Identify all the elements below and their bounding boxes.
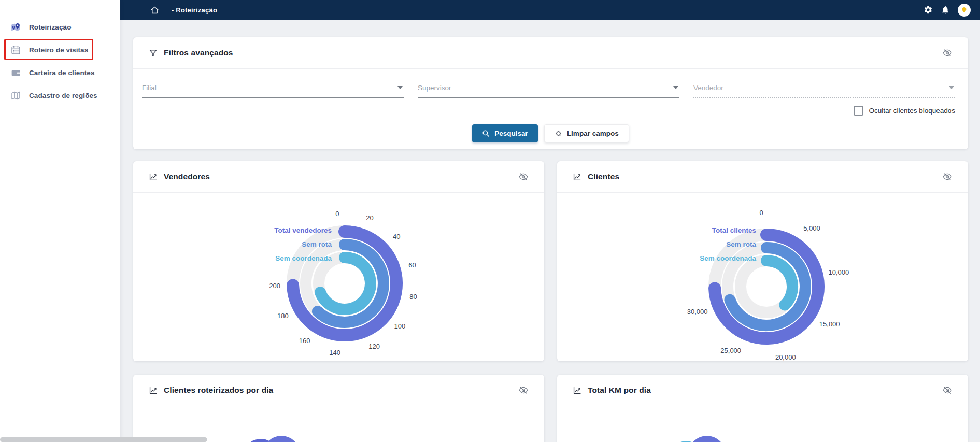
vendedor-select-disabled: Vendedor bbox=[693, 83, 955, 98]
calendar-icon bbox=[10, 45, 21, 55]
total-km-title: Total KM por dia bbox=[588, 386, 651, 395]
svg-text:30,000: 30,000 bbox=[687, 308, 708, 316]
vendedores-card-header: Vendedores bbox=[133, 161, 544, 193]
filial-select[interactable]: Filial bbox=[142, 83, 404, 98]
svg-text:140: 140 bbox=[329, 349, 340, 357]
main-content: Filtros avançados Filial Supervisor Vend… bbox=[120, 20, 980, 442]
filters-card: Filtros avançados Filial Supervisor Vend… bbox=[133, 37, 968, 149]
chart-line-icon bbox=[149, 386, 158, 395]
clientes-card: Clientes 05,00010,00015,00020,00025,0003… bbox=[557, 161, 968, 361]
vendedores-radial-chart: 020406080100120140160180200Total vendedo… bbox=[133, 193, 544, 361]
filters-title: Filtros avançados bbox=[164, 48, 233, 58]
partial-chart-blob bbox=[675, 435, 737, 442]
partial-chart-blob bbox=[245, 435, 307, 442]
svg-text:120: 120 bbox=[368, 343, 380, 350]
settings-gear-icon[interactable] bbox=[924, 5, 933, 15]
vendedores-card: Vendedores 020406080100120140160180200To… bbox=[133, 161, 544, 361]
clientes-roteirizados-card: Clientes roteirizados por dia bbox=[133, 375, 544, 442]
svg-text:Total vendedores: Total vendedores bbox=[274, 226, 332, 234]
svg-text:5,000: 5,000 bbox=[803, 224, 820, 232]
eye-off-icon[interactable] bbox=[518, 385, 529, 395]
svg-text:15,000: 15,000 bbox=[819, 320, 840, 328]
eye-off-icon[interactable] bbox=[942, 48, 953, 58]
chevron-down-icon bbox=[673, 86, 678, 89]
chevron-down-icon bbox=[397, 86, 403, 89]
map-route-icon bbox=[10, 22, 21, 33]
sidebar-item-label: Cadastro de regiões bbox=[29, 92, 97, 99]
sidebar-item-cadastro-de-regioes[interactable]: Cadastro de regiões bbox=[0, 84, 120, 107]
chart-line-icon bbox=[573, 173, 581, 181]
supervisor-select[interactable]: Supervisor bbox=[418, 83, 679, 98]
filial-label: Filial bbox=[142, 84, 157, 92]
chevron-down-icon bbox=[949, 86, 954, 89]
filters-buttons-row: Pesquisar Limpar campos bbox=[133, 124, 968, 142]
svg-text:80: 80 bbox=[409, 293, 417, 301]
ocultar-clientes-label: Ocultar clientes bloqueados bbox=[869, 107, 955, 115]
eraser-icon bbox=[555, 130, 562, 137]
svg-text:Sem rota: Sem rota bbox=[302, 240, 332, 248]
svg-text:25,000: 25,000 bbox=[720, 347, 741, 354]
horizontal-scrollbar-thumb[interactable] bbox=[0, 437, 207, 442]
wallet-icon bbox=[10, 67, 21, 78]
svg-text:20,000: 20,000 bbox=[775, 353, 796, 361]
topbar: - Roteirização bbox=[120, 0, 980, 20]
sidebar-item-roteirizacao[interactable]: Roteirização bbox=[0, 16, 120, 38]
svg-text:180: 180 bbox=[277, 312, 289, 320]
limpar-campos-label: Limpar campos bbox=[567, 130, 619, 137]
total-km-card: Total KM por dia bbox=[557, 375, 968, 442]
clientes-title: Clientes bbox=[588, 172, 619, 181]
total-km-header: Total KM por dia bbox=[557, 375, 968, 406]
svg-text:60: 60 bbox=[408, 261, 416, 269]
sidebar-item-label: Carteira de clientes bbox=[29, 69, 95, 77]
checkbox-row: Ocultar clientes bloqueados bbox=[133, 98, 968, 116]
bottom-cards-row: Clientes roteirizados por dia Tot bbox=[133, 375, 968, 442]
clientes-card-header: Clientes bbox=[557, 161, 968, 193]
chart-line-icon bbox=[149, 173, 158, 181]
map-icon bbox=[10, 90, 21, 101]
breadcrumb: - Roteirização bbox=[172, 6, 217, 14]
vendedores-title: Vendedores bbox=[164, 172, 210, 181]
filter-fields-row: Filial Supervisor Vendedor bbox=[133, 69, 968, 98]
clientes-roteirizados-header: Clientes roteirizados por dia bbox=[133, 375, 544, 406]
sidebar-item-label: Roteirização bbox=[29, 23, 71, 31]
clientes-roteirizados-title: Clientes roteirizados por dia bbox=[164, 386, 273, 395]
topbar-separator bbox=[139, 6, 139, 14]
supervisor-label: Supervisor bbox=[418, 84, 451, 92]
home-icon[interactable] bbox=[150, 6, 159, 15]
sidebar-item-label: Roteiro de visitas bbox=[29, 46, 88, 54]
funnel-icon bbox=[149, 49, 158, 58]
notifications-bell-icon[interactable] bbox=[941, 5, 950, 15]
svg-text:Sem coordenada: Sem coordenada bbox=[700, 254, 756, 262]
sidebar: Roteirização Roteiro de visitas Carteira… bbox=[0, 0, 120, 442]
svg-text:10,000: 10,000 bbox=[829, 268, 849, 276]
user-avatar[interactable] bbox=[958, 4, 971, 17]
filters-card-header: Filtros avançados bbox=[133, 37, 968, 69]
svg-text:Sem rota: Sem rota bbox=[726, 240, 756, 248]
eye-off-icon[interactable] bbox=[518, 172, 529, 182]
eye-off-icon[interactable] bbox=[942, 385, 953, 395]
svg-text:0: 0 bbox=[759, 209, 763, 217]
charts-row: Vendedores 020406080100120140160180200To… bbox=[133, 161, 968, 361]
pesquisar-label: Pesquisar bbox=[494, 130, 528, 137]
clientes-radial-chart: 05,00010,00015,00020,00025,00030,000Tota… bbox=[557, 193, 968, 361]
svg-text:Sem coordenada: Sem coordenada bbox=[275, 254, 332, 262]
eye-off-icon[interactable] bbox=[942, 172, 953, 182]
svg-text:20: 20 bbox=[366, 214, 373, 222]
sidebar-item-roteiro-de-visitas[interactable]: Roteiro de visitas bbox=[0, 38, 120, 61]
pesquisar-button[interactable]: Pesquisar bbox=[472, 124, 538, 142]
svg-text:40: 40 bbox=[393, 233, 400, 240]
ocultar-clientes-checkbox[interactable] bbox=[854, 106, 863, 116]
limpar-campos-button[interactable]: Limpar campos bbox=[544, 124, 629, 142]
chart-line-icon bbox=[573, 386, 581, 395]
svg-text:0: 0 bbox=[335, 210, 339, 218]
lightbulb-icon bbox=[960, 6, 968, 14]
svg-text:Total clientes: Total clientes bbox=[712, 226, 756, 234]
svg-text:160: 160 bbox=[299, 337, 310, 345]
svg-text:100: 100 bbox=[394, 322, 406, 330]
search-icon bbox=[482, 130, 490, 137]
sidebar-item-carteira-de-clientes[interactable]: Carteira de clientes bbox=[0, 61, 120, 84]
vendedor-label: Vendedor bbox=[693, 84, 723, 92]
svg-text:200: 200 bbox=[269, 282, 280, 290]
